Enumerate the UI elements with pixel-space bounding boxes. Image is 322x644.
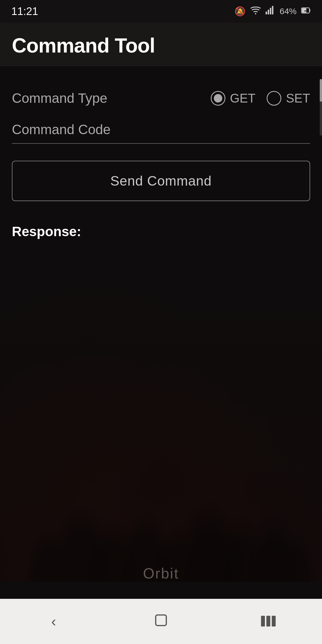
radio-get-circle[interactable] [211, 91, 225, 106]
send-command-button[interactable]: Send Command [12, 161, 310, 201]
back-icon: ‹ [51, 614, 56, 629]
home-icon [154, 613, 168, 630]
nav-back-button[interactable]: ‹ [37, 610, 71, 633]
svg-rect-6 [309, 9, 310, 12]
command-code-row: Command Code [12, 120, 310, 144]
nav-home-button[interactable] [144, 610, 178, 633]
status-bar: 11:21 🔕 64% [0, 0, 322, 23]
nav-recent-button[interactable] [251, 610, 285, 633]
svg-rect-3 [270, 8, 271, 14]
svg-rect-9 [261, 616, 265, 626]
response-label: Response: [12, 224, 81, 239]
svg-rect-2 [268, 10, 269, 14]
svg-rect-4 [272, 6, 273, 14]
radio-set[interactable]: SET [267, 91, 310, 106]
header: Command Tool [0, 23, 322, 66]
svg-rect-11 [272, 616, 276, 626]
recent-icon [261, 614, 276, 629]
signal-icon [266, 6, 275, 17]
page-title: Command Tool [12, 34, 310, 57]
svg-point-0 [255, 13, 256, 14]
command-type-row: Command Type GET SET [12, 90, 310, 106]
notification-icon: 🔕 [234, 6, 246, 17]
command-code-input[interactable] [119, 120, 310, 139]
command-type-label: Command Type [12, 90, 107, 106]
orbit-watermark: Orbit [143, 565, 179, 582]
battery-percent: 64% [280, 6, 297, 16]
svg-rect-8 [156, 615, 166, 626]
radio-get-label: GET [230, 91, 255, 105]
status-icons: 🔕 64% [234, 6, 311, 17]
nav-bar: ‹ [0, 599, 322, 644]
command-code-label: Command Code [12, 122, 111, 137]
radio-set-circle[interactable] [267, 91, 281, 106]
main-content: Command Type GET SET Command Code Send C… [0, 73, 322, 251]
status-time: 11:21 [11, 5, 38, 18]
wifi-icon [250, 6, 261, 17]
scrollbar[interactable] [320, 79, 322, 136]
response-section: Response: [12, 224, 310, 239]
radio-set-label: SET [286, 91, 310, 105]
scrollbar-thumb [320, 79, 322, 102]
radio-group: GET SET [211, 91, 310, 106]
svg-rect-10 [266, 616, 270, 626]
svg-rect-1 [266, 12, 267, 14]
radio-get[interactable]: GET [211, 91, 255, 106]
battery-icon [301, 6, 311, 17]
